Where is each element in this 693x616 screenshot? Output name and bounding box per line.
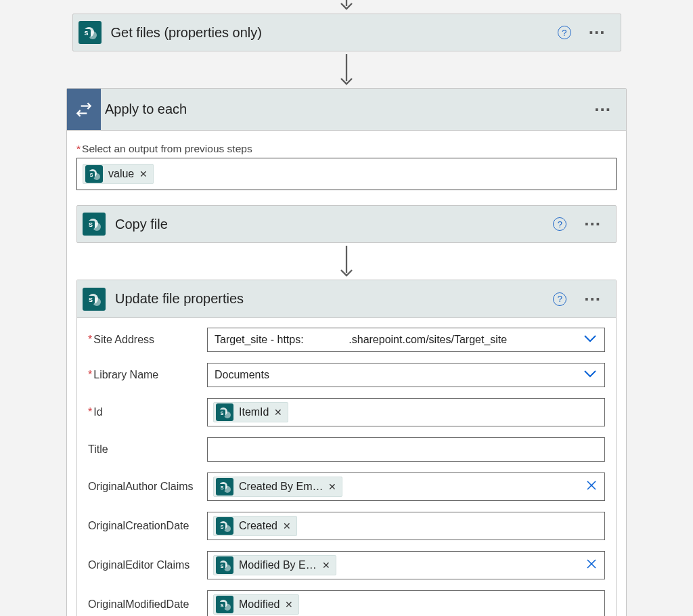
action-update-file-properties: S Update file properties ? ··· *Site Add bbox=[76, 280, 617, 616]
field-label: OriginalModifiedDate bbox=[88, 598, 207, 611]
title-field[interactable] bbox=[207, 437, 605, 462]
field-label: OriginalAuthor Claims bbox=[88, 481, 207, 493]
token-remove-icon[interactable]: ✕ bbox=[282, 521, 292, 531]
row-original-creation-date: OriginalCreationDate S Created ✕ bbox=[88, 512, 605, 540]
field-label: *Id bbox=[88, 406, 207, 418]
field-label: *Library Name bbox=[88, 369, 207, 381]
row-site-address: *Site Address Target_site - https: .shar… bbox=[88, 328, 605, 352]
row-library-name: *Library Name Documents bbox=[88, 363, 605, 387]
action-title: Copy file bbox=[111, 217, 553, 232]
token-remove-icon[interactable]: ✕ bbox=[284, 599, 294, 610]
chevron-down-icon[interactable] bbox=[583, 369, 598, 381]
connector-arrow-in bbox=[0, 0, 693, 14]
action-title: Apply to each bbox=[101, 102, 594, 117]
clear-field-icon[interactable] bbox=[585, 479, 600, 495]
action-apply-to-each: Apply to each ··· *Select an output from… bbox=[66, 88, 627, 616]
sharepoint-icon: S bbox=[77, 280, 111, 317]
row-original-author: OriginalAuthor Claims S Created By Em… ✕ bbox=[88, 472, 605, 501]
clear-field-icon[interactable] bbox=[585, 558, 600, 573]
row-id: *Id S ItemId ✕ bbox=[88, 398, 605, 426]
more-icon[interactable]: ··· bbox=[589, 30, 606, 35]
field-label: OriginalCreationDate bbox=[88, 520, 207, 532]
library-name-select[interactable]: Documents bbox=[207, 363, 605, 387]
chevron-down-icon[interactable] bbox=[583, 334, 598, 346]
original-author-field[interactable]: S Created By Em… ✕ bbox=[207, 472, 605, 501]
token-itemid[interactable]: S ItemId ✕ bbox=[213, 402, 288, 422]
loop-icon bbox=[67, 89, 101, 130]
sharepoint-icon: S bbox=[77, 206, 111, 242]
original-modified-field[interactable]: S Modified ✕ bbox=[207, 590, 605, 616]
token-modified[interactable]: S Modified ✕ bbox=[213, 594, 299, 615]
connector-arrow bbox=[0, 51, 693, 88]
token-modified-by-email[interactable]: S Modified By E… ✕ bbox=[213, 555, 336, 575]
token-remove-icon[interactable]: ✕ bbox=[273, 407, 284, 418]
output-field-label: *Select an output from previous steps bbox=[76, 143, 617, 155]
id-field[interactable]: S ItemId ✕ bbox=[207, 398, 605, 426]
more-icon[interactable]: ··· bbox=[594, 107, 611, 112]
token-remove-icon[interactable]: ✕ bbox=[327, 481, 338, 492]
output-field[interactable]: S value ✕ bbox=[76, 158, 617, 190]
help-icon[interactable]: ? bbox=[553, 292, 566, 306]
action-title: Get files (properties only) bbox=[107, 25, 558, 41]
help-icon[interactable]: ? bbox=[558, 26, 571, 39]
row-original-modified-date: OriginalModifiedDate S Modified ✕ bbox=[88, 590, 605, 616]
site-address-select[interactable]: Target_site - https: .sharepoint.com/sit… bbox=[207, 328, 605, 352]
field-label: OriginalEditor Claims bbox=[88, 559, 207, 571]
original-editor-field[interactable]: S Modified By E… ✕ bbox=[207, 551, 605, 579]
field-label: *Site Address bbox=[88, 334, 207, 346]
original-creation-field[interactable]: S Created ✕ bbox=[207, 512, 605, 540]
action-get-files[interactable]: S Get files (properties only) ? ··· bbox=[72, 14, 621, 51]
update-file-header[interactable]: S Update file properties ? ··· bbox=[77, 280, 616, 318]
help-icon[interactable]: ? bbox=[553, 217, 566, 231]
connector-arrow bbox=[76, 243, 617, 280]
token-created-by-email[interactable]: S Created By Em… ✕ bbox=[213, 477, 342, 497]
apply-to-each-header[interactable]: Apply to each ··· bbox=[67, 89, 626, 131]
token-remove-icon[interactable]: ✕ bbox=[138, 169, 149, 179]
token-remove-icon[interactable]: ✕ bbox=[321, 560, 332, 571]
token-created[interactable]: S Created ✕ bbox=[213, 516, 297, 536]
more-icon[interactable]: ··· bbox=[584, 221, 601, 227]
field-label: Title bbox=[88, 443, 207, 456]
sharepoint-icon: S bbox=[73, 14, 107, 51]
more-icon[interactable]: ··· bbox=[584, 296, 601, 302]
action-title: Update file properties bbox=[111, 291, 553, 307]
token-value[interactable]: S value ✕ bbox=[83, 164, 154, 184]
row-original-editor: OriginalEditor Claims S Modified By E… ✕ bbox=[88, 551, 605, 579]
row-title: Title bbox=[88, 437, 605, 462]
action-copy-file[interactable]: S Copy file ? ··· bbox=[76, 205, 617, 243]
